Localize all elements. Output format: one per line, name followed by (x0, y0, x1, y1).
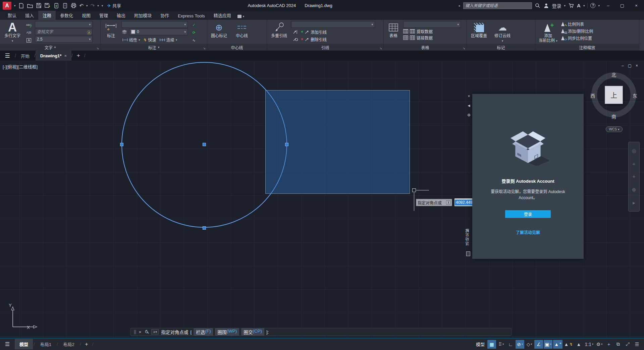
dim-inspect-button[interactable]: ✓ (190, 21, 198, 28)
link-data-button[interactable]: 链接数据 (403, 35, 461, 41)
qat-customize-icon[interactable]: ▾ (102, 4, 103, 7)
scale-list-button[interactable]: ✎ 比例列表 (561, 21, 628, 27)
revcloud-button[interactable]: ☁ 修订云线 ▾ (493, 21, 512, 43)
orbit-icon[interactable]: ⊕ (632, 187, 636, 193)
ribbon-display-toggle[interactable]: ▾ (237, 15, 245, 20)
grip-quadrant-bottom[interactable] (203, 226, 206, 230)
auto-scale-toggle[interactable]: ▲↯ (563, 340, 574, 349)
command-option-wpolygon[interactable]: 圈围(WP) (215, 328, 239, 336)
help-icon[interactable]: ? (590, 3, 595, 8)
undo-icon[interactable]: ↶ (79, 3, 84, 8)
tab-parametric[interactable]: 参数化 (56, 11, 77, 20)
share-button[interactable]: ✈ 共享 (107, 2, 121, 9)
new-layout-button[interactable]: + (82, 341, 91, 347)
command-option-cpolygon[interactable]: 圈交(CP) (241, 328, 264, 336)
panel-label-text[interactable]: 文字 ▾ ↘ (0, 44, 100, 51)
text-style-combo[interactable]: ▾ (35, 21, 93, 28)
linear-dim-button[interactable]: 线性 ▾ (121, 37, 141, 43)
panel-label-table[interactable]: 表格 ↘ (384, 44, 467, 51)
tab-collaborate[interactable]: 协作 (156, 11, 173, 20)
tab-manage[interactable]: 管理 (95, 11, 112, 20)
account-panel-close-icon[interactable]: × (466, 94, 472, 99)
command-customize-wrench-icon[interactable] (144, 330, 149, 334)
remove-leader-button[interactable]: × 删除引线 (301, 37, 327, 42)
autodesk-app-caret-icon[interactable]: ▾ (583, 4, 585, 7)
command-prompt-icon[interactable]: >▾ (151, 329, 159, 335)
app-menu-caret-icon[interactable]: ▾ (14, 4, 16, 7)
customization-gear-button[interactable]: ⚙ ▾ (595, 340, 604, 349)
annotation-scale-value[interactable]: 1:1 ▾ (584, 340, 594, 349)
open-folder-icon[interactable] (27, 3, 33, 9)
viewcube[interactable]: 北 南 西 东 上 (590, 71, 638, 119)
viewcube-north[interactable]: 北 (611, 71, 616, 78)
leader-collect-button[interactable] (291, 36, 299, 43)
transfer-down-icon[interactable] (53, 3, 59, 9)
tab-start[interactable]: 开始 (16, 51, 34, 61)
tab-annotate[interactable]: 注释 (38, 11, 56, 20)
command-line[interactable]: ⣿ × >▾ 指定对角点或 [ 栏选(F) 圈围(WP) 圈交(CP) (130, 328, 512, 336)
pan-icon[interactable]: + (633, 161, 636, 167)
find-text-input[interactable] (35, 28, 93, 35)
mleader-button[interactable]: 多重引线 (269, 21, 289, 39)
signin-menu[interactable]: 登录 (552, 2, 561, 9)
text-style-button[interactable]: A (25, 37, 33, 44)
sync-scale-positions-button[interactable]: ⟳ 同步比例位置 (561, 35, 628, 41)
layout2-tab[interactable]: 布局2 (59, 339, 79, 349)
object-snap-tracking-toggle[interactable]: ∠ (534, 340, 543, 349)
customization-menu-button[interactable]: ☰ (633, 340, 641, 349)
learn-insights-link[interactable]: 了解活动见解 (516, 229, 540, 235)
grip-center[interactable] (203, 143, 206, 146)
app-logo[interactable]: A (3, 2, 11, 10)
tab-featured-apps[interactable]: 精选应用 (209, 11, 235, 20)
leader-align-button[interactable] (291, 28, 299, 35)
mleader-style-combo[interactable]: ▾ (291, 21, 375, 28)
viewcube-east[interactable]: 东 (633, 92, 637, 99)
isodraft-toggle[interactable]: ◇ ▾ (525, 340, 534, 349)
minimize-button[interactable]: – (602, 1, 614, 10)
account-panel-feedback-icon[interactable] (466, 251, 470, 256)
model-space-button[interactable]: 模型 (474, 341, 487, 347)
continue-dim-button[interactable]: 连续 ▾ (159, 37, 178, 43)
command-option-fence[interactable]: 栏选(F) (194, 328, 213, 336)
table-button[interactable]: 表格 (386, 21, 401, 39)
quick-dim-button[interactable]: ↯ 快速 (143, 37, 157, 43)
tab-output[interactable]: 输出 (112, 11, 130, 20)
undo-caret-icon[interactable]: ▾ (86, 4, 88, 7)
print-icon[interactable] (71, 3, 77, 9)
user-icon[interactable] (543, 3, 549, 9)
close-drawing-icon[interactable]: × (64, 53, 67, 58)
center-mark-button[interactable]: ⊕ 圆心标记 (209, 21, 229, 39)
help-search-input[interactable] (463, 2, 532, 9)
layer-combo[interactable]: 0 ▾ (129, 28, 188, 35)
viewcube-top-face[interactable]: 上 (605, 86, 623, 104)
text-align-button[interactable]: A|B (25, 29, 33, 36)
save-icon[interactable] (36, 3, 42, 9)
drawing-minimize-icon[interactable]: – (622, 63, 624, 68)
dim-style-combo[interactable]: ▾ (121, 21, 188, 28)
command-grip-icon[interactable]: ⣿ (133, 330, 137, 334)
panel-label-dimension[interactable]: 标注 ▾ ↘ (101, 44, 207, 51)
wcs-menu[interactable]: WCS ▾ (606, 126, 623, 132)
zoom-icon[interactable]: ⌖ (633, 174, 635, 180)
command-close-icon[interactable]: × (139, 330, 142, 335)
add-delete-scales-button[interactable]: ▤ 添加/删除比例 (561, 28, 628, 34)
drawing-restore-icon[interactable]: ▢ (628, 63, 632, 68)
grip-quadrant-left[interactable] (120, 143, 123, 146)
dim-update-button[interactable]: ⟳ (190, 29, 198, 36)
save-as-icon[interactable] (45, 3, 51, 9)
panel-label-centerline[interactable]: 中心线 (207, 44, 267, 51)
isolate-objects-button[interactable]: ⧉ (614, 340, 623, 349)
new-file-icon[interactable] (18, 3, 24, 9)
annotation-scale-icon-button[interactable]: ▲ (575, 340, 583, 349)
dim-dialog-launcher-icon[interactable]: ↘ (203, 47, 206, 50)
panel-label-markup[interactable]: 标记 (467, 44, 535, 51)
table-style-combo[interactable]: ▾ (403, 21, 461, 28)
dim-jog-button[interactable]: ∿ (190, 37, 198, 44)
dimension-button[interactable]: 标注 (103, 21, 119, 39)
crosshair-plus-button[interactable]: + (604, 340, 613, 349)
text-dialog-launcher-icon[interactable]: ↘ (96, 47, 99, 50)
layout-menu-icon[interactable]: ☰ (0, 341, 15, 347)
tab-addins[interactable]: 附加模块 (130, 11, 156, 20)
model-tab[interactable]: 模型 (15, 339, 33, 349)
showmotion-icon[interactable]: ▸ (633, 200, 635, 206)
